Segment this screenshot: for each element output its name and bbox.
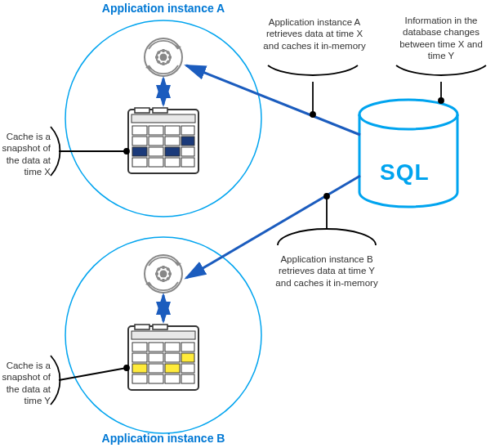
svg-rect-66 <box>181 374 194 383</box>
svg-rect-41 <box>165 147 180 156</box>
svg-rect-56 <box>149 353 163 362</box>
svg-point-17 <box>160 271 167 278</box>
svg-rect-46 <box>181 158 194 167</box>
svg-rect-53 <box>165 343 180 352</box>
callout-db-changes <box>396 65 486 103</box>
svg-line-69 <box>59 368 127 380</box>
svg-point-68 <box>124 149 129 154</box>
svg-rect-48 <box>135 325 149 329</box>
svg-rect-33 <box>165 126 180 135</box>
svg-rect-65 <box>165 374 180 383</box>
sql-db-label: SQL <box>380 159 430 186</box>
db-changes-label: Information in the database changes betw… <box>392 15 490 62</box>
callout-retrieve-b <box>278 194 376 245</box>
svg-rect-58 <box>181 353 194 362</box>
svg-rect-44 <box>149 158 163 167</box>
svg-rect-39 <box>132 147 147 156</box>
svg-rect-36 <box>149 137 163 146</box>
cache-x-label: Cache is a snapshot of the data at time … <box>0 131 51 178</box>
svg-rect-45 <box>165 158 180 167</box>
svg-point-70 <box>124 365 129 370</box>
retrieve-b-label: Application instance B retrieves data at… <box>274 253 380 289</box>
svg-point-74 <box>324 194 329 199</box>
gear-process-icon-b <box>145 255 182 293</box>
svg-rect-37 <box>165 137 180 146</box>
svg-rect-32 <box>149 126 163 135</box>
data-grid-b <box>128 325 198 390</box>
svg-point-76 <box>439 98 444 103</box>
svg-rect-60 <box>149 364 163 373</box>
svg-rect-35 <box>132 137 147 146</box>
svg-rect-31 <box>132 126 147 135</box>
db-to-a-arrow <box>186 65 360 135</box>
svg-rect-51 <box>132 343 147 352</box>
callout-cache-y <box>51 356 129 405</box>
sql-database-icon <box>359 100 457 207</box>
svg-point-4 <box>160 54 167 61</box>
svg-rect-49 <box>153 325 167 329</box>
svg-rect-28 <box>135 108 149 113</box>
svg-rect-62 <box>181 364 194 373</box>
cache-y-label: Cache is a snapshot of the data at time … <box>0 360 51 407</box>
gear-process-icon-a <box>145 38 182 76</box>
svg-rect-30 <box>132 114 195 123</box>
retrieve-a-label: Application instance A retrieves data at… <box>261 16 368 52</box>
svg-rect-57 <box>165 353 180 362</box>
svg-rect-59 <box>132 364 147 373</box>
svg-rect-50 <box>132 331 195 339</box>
data-grid-a <box>128 108 198 173</box>
svg-rect-52 <box>149 343 163 352</box>
svg-rect-61 <box>165 364 180 373</box>
svg-rect-40 <box>149 147 163 156</box>
svg-rect-43 <box>132 158 147 167</box>
callout-cache-x <box>51 127 129 176</box>
instance-a-title: Application instance A <box>82 2 245 15</box>
svg-rect-29 <box>153 108 167 113</box>
callout-retrieve-a <box>268 65 358 117</box>
svg-rect-38 <box>181 137 194 146</box>
svg-rect-42 <box>181 147 194 156</box>
svg-rect-64 <box>149 374 163 383</box>
instance-b-title: Application instance B <box>82 432 245 445</box>
svg-rect-63 <box>132 374 147 383</box>
svg-rect-54 <box>181 343 194 352</box>
diagram-canvas <box>0 0 495 448</box>
svg-rect-34 <box>181 126 194 135</box>
svg-point-72 <box>310 112 315 117</box>
svg-rect-55 <box>132 353 147 362</box>
